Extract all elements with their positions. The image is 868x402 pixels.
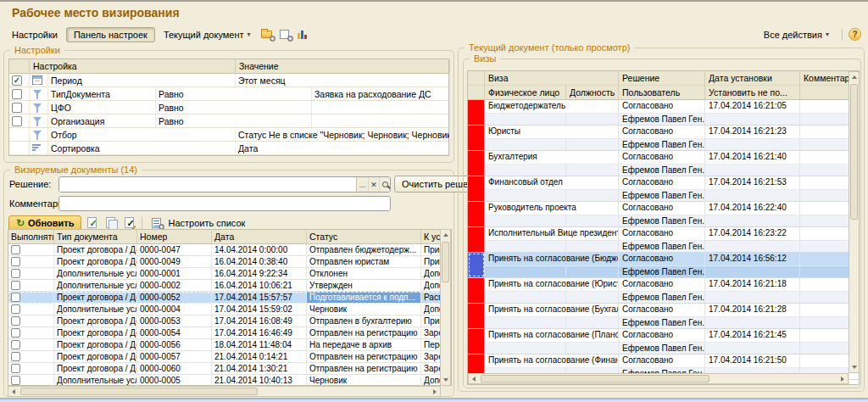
col-set-deadline[interactable]: Установить не по...	[705, 86, 800, 99]
visa-row[interactable]: ЮристыСогласованоЕфремов Павел Ген...17.…	[468, 126, 859, 151]
col-user[interactable]: Пользователь	[619, 86, 705, 99]
visa-row[interactable]: Руководитель проектаСогласованоЕфремов П…	[468, 202, 859, 227]
table-row[interactable]: Дополнительные услов...0000-000417.04.20…	[8, 304, 451, 315]
visa-row[interactable]: Принять на согласование (Планово...Согла…	[468, 329, 859, 355]
visa-row[interactable]: БухгалтерияСогласованоЕфремов Павел Ген.…	[468, 151, 859, 176]
status-badge	[468, 329, 485, 354]
visa-row[interactable]: БюджетодержательСогласованоЕфремов Павел…	[468, 100, 859, 126]
table-row[interactable]: Дополнительные услов...0000-000216.04.20…	[8, 280, 451, 292]
settings-panel-button[interactable]: Панель настроек	[66, 27, 155, 42]
settings-header-name[interactable]: Настройка	[30, 59, 236, 73]
table-row[interactable]: Проект договора / Доп...0000-005417.04.2…	[8, 327, 451, 339]
row-checkbox[interactable]	[11, 352, 20, 361]
visas-header-row1: Виза Решение Дата установки Комментарий	[468, 71, 859, 86]
scrollbar-thumb[interactable]	[481, 375, 709, 382]
scrollbar-thumb[interactable]	[20, 388, 258, 395]
settings-row-doctype[interactable]: ТипДокумента Равно Заявка на расходовани…	[9, 87, 448, 101]
table-row-selected[interactable]: Проект договора / Доп...0000-005217.04.2…	[8, 292, 451, 304]
scroll-left-icon[interactable]	[469, 374, 479, 384]
comment-input[interactable]	[59, 197, 390, 210]
period-checkbox[interactable]: ✓	[12, 75, 22, 86]
col-date[interactable]: Дата	[212, 230, 307, 243]
settings-row-organization[interactable]: Организация Равно	[9, 114, 448, 128]
scroll-right-icon[interactable]	[430, 387, 440, 397]
table-row[interactable]: Проект договора / Доп...0000-004714.04.2…	[8, 244, 451, 256]
scroll-up-icon[interactable]	[441, 230, 451, 240]
current-document-menu[interactable]: Текущий документ ▾	[157, 27, 258, 42]
visa-row[interactable]: Принять на согласование (Бухгалт...Согла…	[468, 304, 859, 329]
documents-vertical-scrollbar[interactable]	[440, 229, 451, 386]
row-checkbox[interactable]	[11, 304, 20, 314]
check-all-button[interactable]: ✓	[86, 216, 100, 230]
table-row[interactable]: Проект договора / Доп...0000-005721.04.2…	[8, 351, 451, 363]
col-position[interactable]: Должность	[566, 86, 619, 99]
settings-header-checkbox-col[interactable]	[9, 59, 30, 73]
col-person[interactable]: Физическое лицо	[485, 86, 566, 99]
decision-input[interactable]	[59, 177, 356, 192]
table-row[interactable]: Проект договора / Доп...0000-005618.04.2…	[8, 339, 451, 351]
row-checkbox[interactable]	[11, 328, 20, 338]
clear-icon[interactable]: ✕	[368, 177, 379, 192]
documents-horizontal-scrollbar[interactable]	[8, 386, 441, 397]
scroll-down-icon[interactable]	[441, 375, 451, 385]
col-comment[interactable]: Комментарий	[800, 71, 849, 85]
visa-row-selected[interactable]: Принять на согласование (Бюджет...Соглас…	[468, 253, 859, 278]
col-doctype[interactable]: Тип документа	[54, 230, 137, 243]
col-number[interactable]: Номер	[137, 230, 212, 243]
row-checkbox[interactable]	[11, 316, 20, 326]
row-checkbox[interactable]	[11, 340, 20, 349]
col-visa[interactable]: Виза	[485, 71, 619, 85]
col-status[interactable]: Статус	[307, 230, 421, 243]
scrollbar-thumb[interactable]	[442, 242, 449, 282]
all-actions-menu[interactable]: Все действия ▾	[757, 27, 836, 42]
table-row[interactable]: Дополнительные услов...0000-000116.04.20…	[8, 268, 451, 280]
refresh-button[interactable]: ↻ Обновить	[8, 215, 81, 231]
open-folder-settings-button[interactable]	[259, 27, 275, 42]
choose-button[interactable]: ...	[357, 177, 368, 192]
uncheck-all-button[interactable]	[104, 216, 119, 230]
row-checkbox[interactable]	[11, 257, 20, 266]
settings-row-sort[interactable]: Сортировка Дата	[9, 142, 448, 155]
scroll-right-icon[interactable]	[837, 374, 848, 384]
scrollbar-thumb[interactable]	[850, 84, 858, 220]
visa-row[interactable]: Принять на согласование (Юристы)Согласов…	[468, 278, 859, 304]
organization-checkbox[interactable]	[12, 116, 22, 126]
visas-horizontal-scrollbar[interactable]	[468, 373, 849, 384]
visa-row[interactable]: Исполнительный Вице президентСогласовано…	[468, 227, 859, 253]
table-row[interactable]: Проект договора / Доп...0000-006021.04.2…	[8, 363, 451, 375]
invert-checks-button[interactable]: ✓	[123, 216, 137, 230]
table-row[interactable]: Проект договора / Доп...0000-004916.04.2…	[8, 256, 451, 268]
row-checkbox[interactable]	[11, 281, 20, 290]
row-checkbox[interactable]	[11, 245, 20, 254]
refresh-label: Обновить	[28, 218, 74, 228]
cfo-checkbox[interactable]	[12, 103, 22, 113]
col-decision[interactable]: Решение	[619, 71, 705, 85]
search-icon[interactable]	[379, 177, 390, 192]
scroll-down-icon[interactable]	[849, 362, 860, 372]
doctype-checkbox[interactable]	[12, 89, 22, 99]
settings-button[interactable]: Настройки	[5, 27, 64, 42]
col-execute[interactable]: Выполнять	[8, 230, 54, 243]
row-checkbox[interactable]	[11, 269, 20, 278]
visa-row[interactable]: Финансовый отделСогласованоЕфремов Павел…	[468, 176, 859, 202]
scroll-left-icon[interactable]	[8, 387, 19, 397]
documents-group-caption: Визируемые документы (14)	[10, 164, 142, 176]
table-row[interactable]: Проект договора / Доп...0000-005317.04.2…	[8, 315, 451, 327]
row-checkbox[interactable]	[11, 376, 20, 385]
scroll-up-icon[interactable]	[849, 72, 860, 82]
settings-row-period[interactable]: ✓ Период Этот месяц	[9, 74, 448, 87]
settings-row-cfo[interactable]: ЦФО Равно	[9, 101, 448, 114]
row-checkbox[interactable]	[11, 293, 20, 302]
row-checkbox[interactable]	[11, 364, 20, 373]
save-settings-button[interactable]	[277, 27, 293, 42]
actions-separator	[142, 217, 142, 229]
settings-header-value[interactable]: Значение	[236, 59, 450, 73]
settings-row-filter[interactable]: Отбор Статус Не в списке "Черновик; Черн…	[9, 128, 448, 142]
report-button[interactable]	[295, 27, 311, 42]
col-kust[interactable]: К уст	[421, 230, 442, 243]
help-icon[interactable]: ?	[849, 28, 861, 41]
status-badge	[468, 202, 485, 226]
col-set-date[interactable]: Дата установки	[705, 71, 800, 85]
table-row[interactable]: Дополнительные услов...0000-000521.04.20…	[8, 375, 451, 387]
visas-vertical-scrollbar[interactable]	[849, 71, 860, 373]
